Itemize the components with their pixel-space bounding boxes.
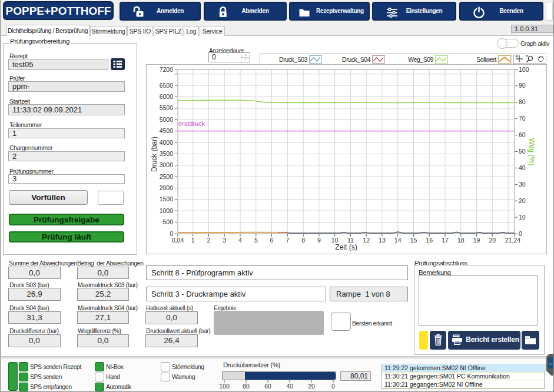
- svg-text:100: 100: [219, 383, 230, 390]
- svg-text:6500: 6500: [160, 82, 174, 89]
- svg-text:2000: 2000: [160, 184, 174, 191]
- svg-text:Zeit (s): Zeit (s): [335, 243, 357, 251]
- svg-text:7: 7: [286, 237, 289, 244]
- svg-text:4: 4: [238, 237, 242, 244]
- svg-text:1: 1: [191, 237, 195, 244]
- svg-text:500: 500: [162, 218, 173, 225]
- svg-text:20: 20: [519, 197, 526, 204]
- svg-text:70: 70: [519, 115, 526, 122]
- svg-text:60: 60: [264, 383, 271, 390]
- svg-text:Druck (bar): Druck (bar): [150, 137, 158, 172]
- svg-text:Weg (%): Weg (%): [528, 138, 536, 165]
- svg-text:5000: 5000: [160, 116, 174, 123]
- svg-text:0,04: 0,04: [172, 237, 184, 244]
- svg-text:1500: 1500: [160, 195, 174, 202]
- svg-text:5: 5: [254, 237, 258, 244]
- svg-text:erstdruck: erstdruck: [178, 120, 205, 127]
- svg-text:100: 100: [519, 66, 529, 73]
- svg-text:12: 12: [363, 237, 370, 244]
- svg-text:8: 8: [301, 237, 305, 244]
- svg-text:40: 40: [286, 383, 293, 390]
- svg-text:6000: 6000: [160, 93, 174, 100]
- svg-text:18: 18: [457, 237, 465, 244]
- svg-text:1000: 1000: [160, 207, 174, 214]
- svg-text:0: 0: [170, 230, 173, 237]
- svg-text:7200: 7200: [160, 66, 174, 73]
- svg-text:4000: 4000: [160, 139, 174, 146]
- svg-text:30: 30: [519, 181, 526, 188]
- svg-text:5500: 5500: [160, 104, 174, 111]
- svg-text:19: 19: [473, 237, 480, 244]
- svg-text:9: 9: [317, 237, 321, 244]
- svg-text:4500: 4500: [160, 127, 174, 134]
- svg-text:10: 10: [519, 214, 526, 221]
- svg-text:80: 80: [519, 98, 526, 105]
- svg-text:17: 17: [442, 237, 449, 244]
- svg-text:14: 14: [394, 237, 402, 244]
- svg-text:13: 13: [379, 237, 386, 244]
- svg-text:20: 20: [489, 237, 496, 244]
- svg-text:15: 15: [410, 237, 417, 244]
- svg-text:20: 20: [308, 383, 315, 390]
- svg-text:0: 0: [519, 230, 522, 237]
- svg-text:3000: 3000: [160, 161, 174, 168]
- svg-text:3: 3: [223, 237, 226, 244]
- svg-text:80: 80: [243, 383, 250, 390]
- svg-text:3500: 3500: [160, 150, 174, 157]
- svg-text:50: 50: [519, 148, 526, 155]
- svg-text:6: 6: [270, 237, 274, 244]
- svg-text:2: 2: [207, 237, 211, 244]
- svg-text:21,24: 21,24: [505, 237, 520, 244]
- svg-text:40: 40: [519, 164, 526, 171]
- svg-text:16: 16: [426, 237, 433, 244]
- svg-text:90: 90: [519, 82, 526, 89]
- svg-text:60: 60: [519, 131, 526, 138]
- svg-text:0: 0: [331, 383, 335, 390]
- svg-text:2500: 2500: [160, 173, 174, 180]
